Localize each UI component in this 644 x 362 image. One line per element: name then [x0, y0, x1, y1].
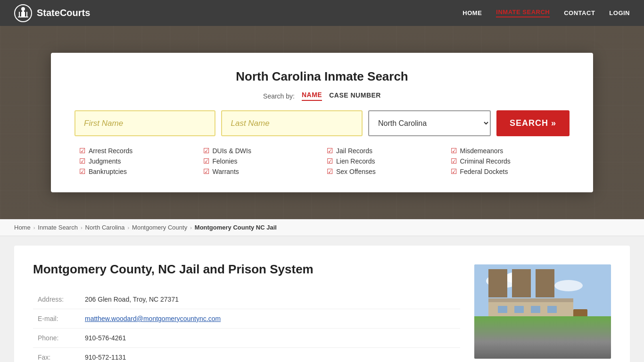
search-card: North Carolina Inmate Search Search by: …	[51, 53, 593, 192]
check-icon: ☑	[79, 147, 85, 155]
breadcrumb-sep-1: ›	[33, 225, 35, 230]
tab-name[interactable]: NAME	[302, 91, 322, 101]
breadcrumb: Home › Inmate Search › North Carolina › …	[0, 219, 644, 236]
svg-rect-6	[24, 12, 25, 16]
nav-login[interactable]: LOGIN	[609, 9, 630, 16]
check-label: Judgments	[89, 157, 121, 165]
content-area: Montgomery County, NC Jail and Prison Sy…	[0, 236, 644, 362]
svg-rect-17	[531, 306, 540, 313]
facility-svg	[474, 264, 611, 359]
first-name-input[interactable]	[74, 110, 215, 136]
check-label: Federal Dockets	[460, 168, 508, 175]
header: StateCourts HOME INMATE SEARCH CONTACT L…	[0, 0, 644, 26]
fax-value: 910-572-1131	[80, 348, 460, 362]
nav-contact[interactable]: CONTACT	[564, 9, 595, 16]
check-icon: ☑	[203, 147, 209, 155]
nav-home[interactable]: HOME	[462, 9, 482, 16]
svg-point-10	[505, 272, 528, 283]
logo-icon	[14, 4, 32, 22]
check-label: Felonies	[213, 157, 238, 165]
check-arrest-records: ☑ Arrest Records	[79, 147, 194, 155]
check-sex-offenses: ☑ Sex Offenses	[327, 167, 441, 176]
svg-rect-19	[519, 316, 533, 328]
check-warrants: ☑ Warrants	[203, 167, 318, 176]
check-label: Sex Offenses	[336, 168, 376, 175]
svg-point-11	[554, 280, 583, 291]
svg-rect-21	[531, 337, 540, 340]
check-label: Warrants	[213, 168, 239, 175]
svg-rect-5	[21, 12, 22, 16]
facility-image-container	[474, 264, 611, 362]
svg-rect-23	[474, 328, 611, 337]
svg-rect-16	[514, 306, 524, 313]
check-icon: ☑	[79, 157, 85, 165]
breadcrumb-montgomery-county[interactable]: Montgomery County	[132, 224, 187, 231]
check-label: DUIs & DWIs	[213, 147, 251, 155]
breadcrumb-sep-2: ›	[81, 225, 83, 230]
svg-rect-22	[545, 337, 554, 340]
email-label: E-mail:	[33, 309, 80, 329]
breadcrumb-current: Montgomery County NC Jail	[195, 224, 277, 231]
svg-rect-4	[19, 12, 20, 16]
search-inputs-row: North Carolina Alabama Alaska Arizona Ar…	[74, 110, 570, 136]
last-name-input[interactable]	[221, 110, 362, 136]
breadcrumb-inmate-search[interactable]: Inmate Search	[38, 224, 78, 231]
phone-row: Phone: 910-576-4261	[33, 329, 460, 348]
check-label: Misdemeanors	[460, 147, 504, 155]
phone-label: Phone:	[33, 329, 80, 348]
check-icon: ☑	[451, 167, 457, 176]
check-icon: ☑	[451, 147, 457, 155]
check-duis: ☑ DUIs & DWIs	[203, 147, 318, 155]
search-card-title: North Carolina Inmate Search	[74, 69, 570, 84]
info-table: Address: 206 Glen Road, Troy, NC 27371 E…	[33, 290, 460, 362]
svg-rect-14	[488, 298, 573, 302]
address-label: Address:	[33, 290, 80, 309]
check-criminal-records: ☑ Criminal Records	[451, 157, 565, 165]
email-link[interactable]: matthew.woodard@montgomerycountync.com	[85, 315, 221, 322]
check-bankruptcies: ☑ Bankruptcies	[79, 167, 194, 176]
check-icon: ☑	[203, 167, 209, 176]
svg-point-1	[21, 7, 25, 11]
check-felonies: ☑ Felonies	[203, 157, 318, 165]
check-lien-records: ☑ Lien Records	[327, 157, 441, 165]
check-icon: ☑	[79, 167, 85, 176]
check-misdemeanors: ☑ Misdemeanors	[451, 147, 565, 155]
logo[interactable]: StateCourts	[14, 4, 90, 22]
page-title: Montgomery County, NC Jail and Prison Sy…	[33, 262, 460, 277]
svg-rect-2	[22, 11, 24, 16]
nav-inmate-search[interactable]: INMATE SEARCH	[496, 8, 550, 17]
breadcrumb-sep-4: ›	[190, 225, 192, 230]
main-nav: HOME INMATE SEARCH CONTACT LOGIN	[462, 8, 630, 17]
check-icon: ☑	[327, 147, 333, 155]
search-button[interactable]: SEARCH »	[496, 110, 570, 136]
check-judgments: ☑ Judgments	[79, 157, 194, 165]
facility-image	[474, 264, 611, 359]
check-icon: ☑	[327, 157, 333, 165]
email-value: matthew.woodard@montgomerycountync.com	[80, 309, 460, 329]
svg-rect-7	[26, 12, 27, 16]
check-icon: ☑	[203, 157, 209, 165]
logo-text: StateCourts	[37, 8, 90, 18]
svg-rect-20	[474, 335, 611, 359]
phone-value: 910-576-4261	[80, 329, 460, 348]
check-label: Arrest Records	[89, 147, 132, 155]
fax-row: Fax: 910-572-1131	[33, 348, 460, 362]
breadcrumb-sep-3: ›	[127, 225, 129, 230]
breadcrumb-home[interactable]: Home	[14, 224, 31, 231]
svg-rect-25	[573, 309, 587, 318]
breadcrumb-north-carolina[interactable]: North Carolina	[85, 224, 125, 231]
email-row: E-mail: matthew.woodard@montgomerycounty…	[33, 309, 460, 329]
hero-section: COURTHOUSE North Carolina Inmate Search …	[0, 26, 644, 219]
svg-rect-15	[498, 306, 507, 313]
fax-label: Fax:	[33, 348, 80, 362]
state-select[interactable]: North Carolina Alabama Alaska Arizona Ar…	[368, 110, 491, 136]
tab-case-number[interactable]: CASE NUMBER	[329, 91, 381, 100]
search-by-label: Search by:	[263, 92, 295, 100]
content-card: Montgomery County, NC Jail and Prison Sy…	[14, 246, 630, 362]
check-icon: ☑	[451, 157, 457, 165]
svg-rect-12	[474, 316, 611, 359]
svg-rect-18	[547, 306, 557, 313]
search-by-row: Search by: NAME CASE NUMBER	[74, 91, 570, 101]
check-label: Bankruptcies	[89, 168, 127, 175]
checkboxes-grid: ☑ Arrest Records ☑ DUIs & DWIs ☑ Jail Re…	[74, 147, 570, 176]
